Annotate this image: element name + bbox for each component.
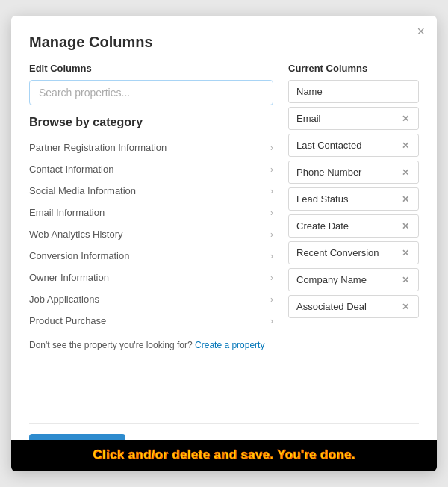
column-associated-deal-label: Associated Deal	[296, 301, 400, 312]
remove-phone-number-button[interactable]: ✕	[400, 168, 411, 177]
search-input[interactable]	[29, 80, 273, 105]
category-label: Product Purchase	[29, 315, 106, 326]
category-item-partner-registration[interactable]: Partner Registration Information ›	[29, 137, 273, 158]
chevron-right-icon: ›	[270, 316, 273, 326]
column-item-associated-deal: Associated Deal ✕	[288, 295, 419, 318]
column-name-label: Name	[296, 86, 411, 97]
remove-email-button[interactable]: ✕	[400, 114, 411, 123]
column-item-last-contacted: Last Contacted ✕	[288, 134, 419, 157]
remove-company-name-button[interactable]: ✕	[400, 276, 411, 285]
chevron-right-icon: ›	[270, 208, 273, 218]
current-columns-list: Name Email ✕ Last Contacted ✕ Phone Numb…	[288, 80, 419, 322]
column-phone-number-label: Phone Number	[296, 167, 400, 178]
column-item-create-date: Create Date ✕	[288, 214, 419, 238]
chevron-right-icon: ›	[270, 251, 273, 261]
remove-lead-status-button[interactable]: ✕	[400, 195, 411, 204]
category-item-job-applications[interactable]: Job Applications ›	[29, 288, 273, 310]
category-item-email-information[interactable]: Email Information ›	[29, 202, 273, 223]
category-label: Conversion Information	[29, 250, 129, 261]
category-item-conversion-information[interactable]: Conversion Information ›	[29, 245, 273, 267]
current-columns-label: Current Columns	[288, 63, 419, 74]
right-panel: Current Columns Name Email ✕ Last Contac…	[288, 63, 419, 414]
no-see-text: Don't see the property you're looking fo…	[29, 339, 273, 352]
category-item-product-purchase[interactable]: Product Purchase ›	[29, 310, 273, 332]
remove-associated-deal-button[interactable]: ✕	[400, 303, 411, 311]
column-lead-status-label: Lead Status	[296, 193, 400, 205]
column-company-name-label: Company Name	[296, 274, 400, 285]
manage-columns-modal: × Manage Columns Edit Columns Browse by …	[11, 16, 437, 471]
column-email-label: Email	[296, 113, 400, 124]
category-label: Contact Information	[29, 164, 113, 175]
chevron-right-icon: ›	[270, 294, 273, 305]
chevron-right-icon: ›	[270, 143, 273, 153]
category-label: Job Applications	[29, 294, 99, 305]
remove-last-contacted-button[interactable]: ✕	[400, 141, 411, 150]
category-list: Partner Registration Information › Conta…	[29, 137, 273, 332]
category-item-contact-information[interactable]: Contact Information ›	[29, 158, 273, 180]
edit-columns-label: Edit Columns	[29, 63, 273, 74]
column-item-name: Name	[288, 80, 419, 103]
column-item-lead-status: Lead Status ✕	[288, 187, 419, 211]
category-label: Email Information	[29, 207, 105, 218]
create-property-link[interactable]: Create a property	[195, 340, 264, 350]
modal-body: Edit Columns Browse by category Partner …	[29, 63, 419, 414]
category-label: Web Analytics History	[29, 229, 122, 240]
column-item-recent-conversion: Recent Conversion ✕	[288, 241, 419, 264]
category-item-web-analytics[interactable]: Web Analytics History ›	[29, 223, 273, 245]
chevron-right-icon: ›	[270, 164, 273, 175]
tooltip-bar: Click and/or delete and save. You're don…	[11, 440, 437, 471]
chevron-right-icon: ›	[270, 273, 273, 283]
column-last-contacted-label: Last Contacted	[296, 140, 400, 151]
category-label: Social Media Information	[29, 185, 136, 196]
remove-create-date-button[interactable]: ✕	[400, 222, 411, 231]
column-item-email: Email ✕	[288, 107, 419, 130]
browse-label: Browse by category	[29, 116, 273, 129]
left-panel: Edit Columns Browse by category Partner …	[29, 63, 273, 414]
column-recent-conversion-label: Recent Conversion	[296, 247, 400, 258]
column-item-phone-number: Phone Number ✕	[288, 161, 419, 184]
chevron-right-icon: ›	[270, 186, 273, 196]
modal-title: Manage Columns	[29, 34, 419, 51]
column-item-company-name: Company Name ✕	[288, 268, 419, 291]
chevron-right-icon: ›	[270, 229, 273, 240]
category-item-social-media[interactable]: Social Media Information ›	[29, 180, 273, 202]
category-label: Owner Information	[29, 272, 109, 283]
category-item-owner-information[interactable]: Owner Information ›	[29, 267, 273, 288]
category-label: Partner Registration Information	[29, 142, 167, 153]
remove-recent-conversion-button[interactable]: ✕	[400, 249, 411, 258]
column-create-date-label: Create Date	[296, 220, 400, 232]
close-button[interactable]: ×	[417, 25, 425, 38]
